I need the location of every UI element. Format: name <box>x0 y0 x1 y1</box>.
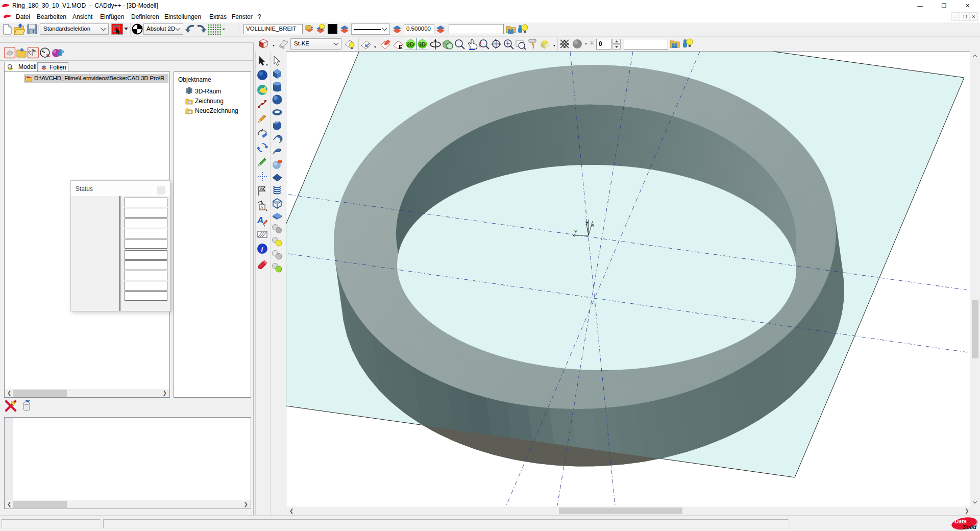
svg-text:3D: 3D <box>419 41 426 47</box>
svg-text:i: i <box>261 246 263 253</box>
svg-text:E: E <box>399 44 402 50</box>
svg-text:A: A <box>257 215 263 225</box>
svg-text:2D: 2D <box>407 41 414 47</box>
svg-text:X: X <box>591 222 595 228</box>
svg-text:A: A <box>260 205 263 210</box>
svg-text:Solid: Solid <box>963 524 976 530</box>
svg-text:Y: Y <box>574 229 578 234</box>
svg-text:Z: Z <box>585 221 589 226</box>
